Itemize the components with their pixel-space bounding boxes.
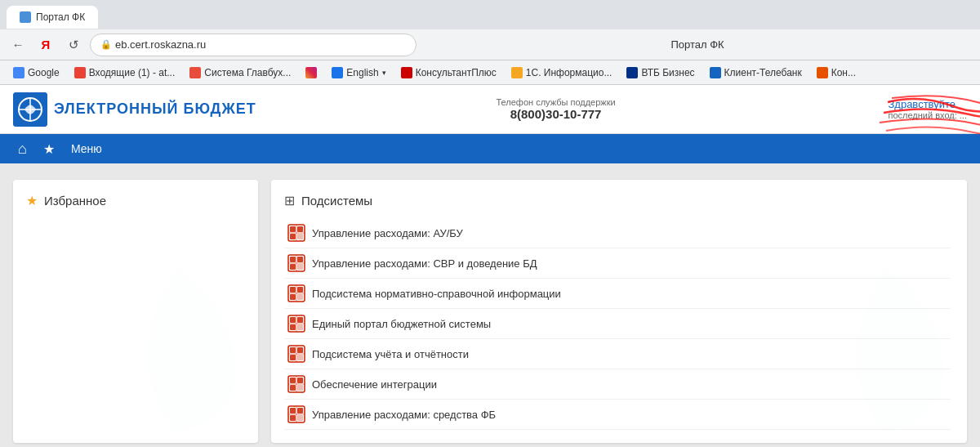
browser-nav-bar: ← Я ↺ 🔒 eb.cert.roskazna.ru Портал ФК (0, 29, 980, 60)
support-phone: 8(800)30-10-777 (496, 107, 615, 121)
subsystems-panel: ⊞ Подсистемы Управление расходами: АУ/БУ… (271, 180, 967, 443)
subsystem-icon-accounting (287, 345, 305, 363)
svg-rect-25 (290, 287, 296, 293)
bookmark-glavbuh-label: Система Главбух... (204, 67, 291, 78)
svg-rect-20 (290, 264, 296, 270)
logo-icon (13, 92, 47, 127)
bookmark-kon-label: Кон... (831, 67, 856, 78)
subsystem-icon-portal (287, 315, 305, 333)
subsystems-panel-title: ⊞ Подсистемы (284, 193, 954, 208)
subsystem-label-portal: Единый портал бюджетной системы (312, 318, 491, 330)
active-tab[interactable]: Портал ФК (7, 6, 98, 29)
bookmark-1c[interactable]: 1С. Информацио... (505, 65, 619, 80)
site-header: ЭЛЕКТРОННЫЙ БЮДЖЕТ Телефон службы поддер… (0, 85, 980, 134)
svg-rect-46 (290, 378, 296, 383)
subsystem-label-expenses-svr: Управление расходами: СВР и доведение БД (312, 257, 537, 270)
logo-text: ЭЛЕКТРОННЫЙ БЮДЖЕТ (54, 101, 256, 118)
bookmark-mail-label: Входящие (1) - at... (89, 67, 176, 78)
svg-rect-28 (297, 294, 303, 300)
header-last-login: последний вход: ... (888, 110, 967, 120)
svg-rect-41 (290, 355, 296, 360)
bookmark-consultant-label: КонсультантПлюс (416, 67, 497, 78)
svg-rect-40 (297, 347, 303, 353)
subsystem-item-expenses-svr[interactable]: Управление расходами: СВР и доведение БД (284, 248, 951, 279)
svg-rect-26 (297, 287, 303, 293)
favorites-title-text: Избранное (44, 194, 106, 208)
bookmark-vtb-label: ВТБ Бизнес (641, 67, 694, 78)
subsystems-list: Управление расходами: АУ/БУ Управление р… (284, 218, 954, 430)
svg-line-6 (176, 342, 221, 359)
svg-line-8 (156, 318, 176, 330)
svg-rect-32 (290, 317, 296, 323)
bookmark-google-label: Google (28, 67, 60, 78)
bookmark-instagram[interactable] (299, 65, 323, 80)
bookmark-client[interactable]: Клиент-Телебанк (703, 65, 808, 80)
subsystem-item-portal[interactable]: Единый портал бюджетной системы (284, 309, 951, 339)
glavbuh-favicon (189, 67, 201, 78)
subsystem-item-accounting[interactable]: Подсистема учёта и отчётности (284, 339, 951, 369)
1c-favicon (511, 67, 523, 78)
svg-rect-49 (297, 385, 303, 391)
svg-rect-42 (297, 355, 303, 360)
subsystem-item-integration[interactable]: Обеспечение интеграции (284, 369, 951, 400)
grid-icon: ⊞ (284, 193, 295, 208)
google-favicon (13, 67, 24, 78)
favorites-nav-button[interactable]: ★ (35, 138, 63, 160)
subsystem-label-expenses-aubu: Управление расходами: АУ/БУ (312, 227, 463, 239)
subsystem-item-nsi[interactable]: Подсистема нормативно-справочной информа… (284, 279, 951, 309)
svg-rect-35 (297, 324, 303, 330)
refresh-button[interactable]: ↺ (62, 34, 85, 56)
address-bar[interactable]: 🔒 eb.cert.roskazna.ru (90, 34, 416, 56)
subsystem-item-expenses-fb[interactable]: Управление расходами: средства ФБ (284, 400, 951, 430)
svg-rect-18 (290, 257, 296, 262)
bookmark-glavbuh[interactable]: Система Главбух... (183, 65, 297, 80)
tab-favicon (20, 11, 31, 23)
svg-rect-54 (297, 408, 303, 413)
page-content: ЭЛЕКТРОННЫЙ БЮДЖЕТ Телефон службы поддер… (0, 85, 980, 447)
english-favicon (332, 67, 343, 78)
back-button[interactable]: ← (7, 34, 29, 56)
subsystem-icon-expenses-svr (287, 254, 305, 272)
svg-rect-27 (290, 294, 296, 300)
svg-rect-39 (290, 347, 296, 353)
subsystem-label-expenses-fb: Управление расходами: средства ФБ (312, 409, 496, 421)
favorites-star-icon: ★ (26, 193, 38, 208)
svg-rect-12 (297, 226, 303, 232)
subsystem-item-expenses-aubu[interactable]: Управление расходами: АУ/БУ (284, 218, 951, 248)
bookmark-consultant[interactable]: КонсультантПлюс (394, 65, 503, 80)
header-greeting: Здравствуйте (888, 98, 967, 110)
lock-icon: 🔒 (100, 39, 112, 50)
svg-rect-34 (290, 324, 296, 330)
favorites-panel-title: ★ Избранное (26, 193, 245, 208)
bookmark-english[interactable]: English ▾ (325, 65, 392, 80)
menu-nav-button[interactable]: Меню (63, 139, 110, 159)
bookmarks-bar: Google Входящие (1) - at... Система Глав… (0, 60, 980, 85)
favorites-panel: ★ Избранное (13, 180, 258, 443)
subsystem-label-integration: Обеспечение интеграции (312, 378, 437, 391)
main-content: ★ Избранное ⊞ Подси (0, 163, 980, 447)
bookmark-google[interactable]: Google (7, 65, 66, 80)
svg-rect-13 (290, 234, 296, 239)
bookmark-1c-label: 1С. Информацио... (526, 67, 612, 78)
consultant-favicon (401, 67, 412, 78)
home-nav-button[interactable]: ⌂ (10, 137, 35, 161)
subsystem-icon-nsi (287, 284, 305, 302)
mail-favicon (74, 67, 86, 78)
svg-line-9 (154, 342, 176, 355)
svg-rect-11 (290, 226, 296, 232)
kon-favicon (817, 67, 828, 78)
address-text: eb.cert.roskazna.ru (115, 38, 206, 51)
bookmark-mail[interactable]: Входящие (1) - at... (68, 65, 182, 80)
browser-tab-bar: Портал ФК (0, 0, 980, 29)
svg-line-7 (176, 367, 216, 383)
bookmark-english-label: English (346, 67, 378, 78)
client-favicon (710, 67, 721, 78)
chevron-down-icon: ▾ (382, 69, 386, 77)
yandex-button[interactable]: Я (34, 34, 57, 56)
subsystems-title-text: Подсистемы (301, 194, 372, 208)
bookmark-kon[interactable]: Кон... (810, 65, 862, 80)
subsystem-icon-expenses-fb (287, 405, 305, 423)
bookmark-vtb[interactable]: ВТБ Бизнес (620, 65, 701, 80)
svg-rect-55 (290, 415, 296, 421)
header-support: Телефон службы поддержки 8(800)30-10-777 (496, 97, 615, 121)
